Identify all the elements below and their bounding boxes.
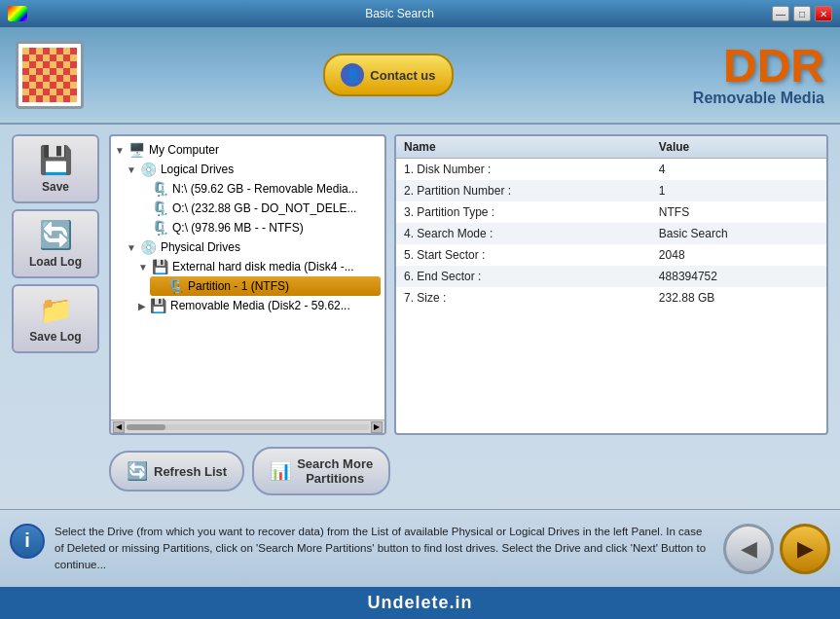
table-row: 7. Size :232.88 GB xyxy=(396,287,826,309)
footer-label: Undelete.in xyxy=(367,593,472,612)
info-table-panel: Name Value 1. Disk Number :42. Partition… xyxy=(394,134,828,435)
o-drive-icon: 🗜️ xyxy=(152,200,168,216)
table-row: 6. End Sector :488394752 xyxy=(396,266,826,287)
search-icon: 📊 xyxy=(270,460,291,482)
save-button[interactable]: 💾 Save xyxy=(12,134,99,203)
tree-item-removable-disk2[interactable]: ▶ 💾 Removable Media (Disk2 - 59.62... xyxy=(138,296,381,315)
tree-item-logical-drives[interactable]: ▼ 💿 Logical Drives xyxy=(127,160,381,179)
tree-item-partition-1[interactable]: 🗜️ Partition - 1 (NTFS) xyxy=(150,276,381,296)
scroll-right-arrow[interactable]: ▶ xyxy=(371,421,383,433)
next-button[interactable]: ▶ xyxy=(780,524,830,574)
row-value: NTFS xyxy=(651,201,826,223)
titlebar-controls: — □ ✕ xyxy=(772,6,832,21)
titlebar-title: Basic Search xyxy=(27,7,772,20)
minimize-button[interactable]: — xyxy=(772,6,789,21)
table-row: 2. Partition Number :1 xyxy=(396,180,826,201)
scroll-left-arrow[interactable]: ◀ xyxy=(113,421,125,433)
table-row: 4. Search Mode :Basic Search xyxy=(396,223,826,244)
info-table-scroll[interactable]: Name Value 1. Disk Number :42. Partition… xyxy=(396,136,826,433)
load-log-icon: 🔄 xyxy=(39,219,73,251)
info-icon: i xyxy=(10,524,45,559)
row-name: 2. Partition Number : xyxy=(396,180,651,201)
prev-button[interactable]: ◀ xyxy=(723,524,774,574)
external-disk-icon: 💾 xyxy=(152,259,168,274)
save-log-icon: 📁 xyxy=(39,294,73,326)
search-label: Search MorePartitions xyxy=(297,456,373,486)
load-log-label: Load Log xyxy=(29,255,82,269)
tree-item-my-computer[interactable]: ▼ 🖥️ My Computer xyxy=(115,140,381,160)
close-button[interactable]: ✕ xyxy=(815,6,832,21)
expand-icon-logical[interactable]: ▼ xyxy=(127,164,136,175)
status-text: Select the Drive (from which you want to… xyxy=(55,524,713,574)
scroll-thumb[interactable] xyxy=(127,424,165,430)
logo-box xyxy=(16,41,84,109)
row-value: 2048 xyxy=(651,244,826,266)
row-value: 1 xyxy=(651,180,826,201)
save-log-button[interactable]: 📁 Save Log xyxy=(12,284,99,353)
load-log-button[interactable]: 🔄 Load Log xyxy=(12,209,99,278)
tree-item-q-drive[interactable]: 🗜️ Q:\ (978.96 MB - - NTFS) xyxy=(138,218,381,237)
expand-icon-physical[interactable]: ▼ xyxy=(127,242,136,253)
row-value: 488394752 xyxy=(651,266,826,287)
panel-content: ▼ 🖥️ My Computer ▼ 💿 Logical Drives xyxy=(109,134,828,435)
col-header-name: Name xyxy=(396,136,651,159)
refresh-icon: 🔄 xyxy=(127,460,148,482)
expand-icon[interactable]: ▼ xyxy=(115,145,125,156)
brand-sub: Removable Media xyxy=(693,90,824,107)
save-log-label: Save Log xyxy=(29,330,81,344)
removable-disk2-icon: 💾 xyxy=(150,298,166,313)
tree-label-physical: Physical Drives xyxy=(161,240,240,254)
logical-drives-icon: 💿 xyxy=(140,162,157,177)
table-row: 1. Disk Number :4 xyxy=(396,159,826,181)
content-area: 💾 Save 🔄 Load Log 📁 Save Log xyxy=(0,125,840,509)
row-value: Basic Search xyxy=(651,223,826,244)
q-drive-icon: 🗜️ xyxy=(152,220,168,236)
tree-label-n: N:\ (59.62 GB - Removable Media... xyxy=(172,182,358,196)
titlebar: Basic Search — □ ✕ xyxy=(0,0,840,27)
table-row: 5. Start Sector :2048 xyxy=(396,244,826,266)
tree-item-external-disk[interactable]: ▼ 💾 External hard disk media (Disk4 -... xyxy=(138,257,381,276)
tree-label-external: External hard disk media (Disk4 -... xyxy=(172,260,354,273)
save-icon: 💾 xyxy=(39,144,73,176)
brand-ddr: DDR xyxy=(693,43,824,90)
status-bar: i Select the Drive (from which you want … xyxy=(0,509,840,587)
physical-drives-icon: 💿 xyxy=(140,239,157,255)
contact-button[interactable]: 👤 Contact us xyxy=(323,54,453,96)
table-row: 3. Partition Type :NTFS xyxy=(396,201,826,223)
contact-label: Contact us xyxy=(370,68,435,83)
nav-buttons: ◀ ▶ xyxy=(723,524,830,574)
tree-label-logical: Logical Drives xyxy=(161,163,234,176)
expand-icon-removable[interactable]: ▶ xyxy=(138,301,146,311)
checkerboard-logo xyxy=(22,48,77,102)
refresh-label: Refresh List xyxy=(154,464,227,479)
tree-item-physical-drives[interactable]: ▼ 💿 Physical Drives xyxy=(127,237,381,257)
row-name: 4. Search Mode : xyxy=(396,223,651,244)
row-name: 3. Partition Type : xyxy=(396,201,651,223)
tree-label-q: Q:\ (978.96 MB - - NTFS) xyxy=(172,221,304,235)
expand-icon-external[interactable]: ▼ xyxy=(138,262,148,273)
app-icon xyxy=(8,6,27,21)
header: 👤 Contact us DDR Removable Media xyxy=(0,27,840,125)
tree-label-removable: Removable Media (Disk2 - 59.62... xyxy=(170,299,350,312)
maximize-button[interactable]: □ xyxy=(793,6,811,21)
scroll-track[interactable] xyxy=(127,424,369,430)
row-name: 5. Start Sector : xyxy=(396,244,651,266)
contact-icon: 👤 xyxy=(341,63,364,87)
brand-text: DDR Removable Media xyxy=(693,43,824,107)
n-drive-icon: 🗜️ xyxy=(152,181,168,197)
partition-icon: 🗜️ xyxy=(167,278,184,294)
tree-item-n-drive[interactable]: 🗜️ N:\ (59.62 GB - Removable Media... xyxy=(138,179,381,199)
tree-label: My Computer xyxy=(149,143,219,157)
row-name: 1. Disk Number : xyxy=(396,159,651,181)
row-value: 4 xyxy=(651,159,826,181)
footer: Undelete.in xyxy=(0,587,840,619)
row-name: 7. Size : xyxy=(396,287,651,309)
main-window: 👤 Contact us DDR Removable Media 💾 Save … xyxy=(0,27,840,619)
status-info: i Select the Drive (from which you want … xyxy=(10,524,713,574)
tree-hscrollbar[interactable]: ◀ ▶ xyxy=(111,419,384,433)
refresh-list-button[interactable]: 🔄 Refresh List xyxy=(109,451,244,492)
search-partitions-button[interactable]: 📊 Search MorePartitions xyxy=(252,447,390,495)
tree-item-o-drive[interactable]: 🗜️ O:\ (232.88 GB - DO_NOT_DELE... xyxy=(138,199,381,218)
tree-inner[interactable]: ▼ 🖥️ My Computer ▼ 💿 Logical Drives xyxy=(111,136,384,419)
save-label: Save xyxy=(42,180,69,194)
